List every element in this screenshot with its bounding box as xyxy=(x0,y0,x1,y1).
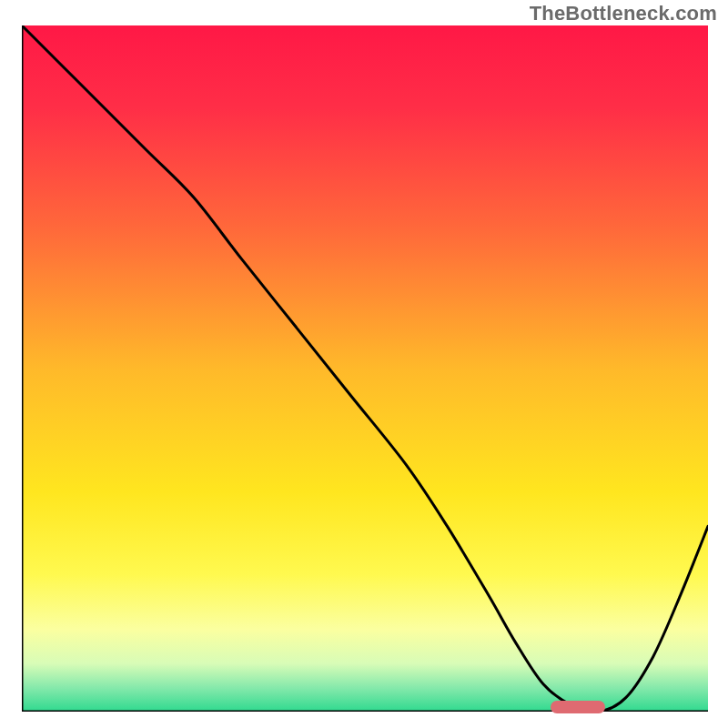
plot-svg xyxy=(22,25,708,712)
optimal-range-marker xyxy=(551,701,605,713)
watermark-text: TheBottleneck.com xyxy=(530,2,717,25)
chart-stage: TheBottleneck.com xyxy=(0,0,728,728)
plot-area xyxy=(22,25,708,712)
